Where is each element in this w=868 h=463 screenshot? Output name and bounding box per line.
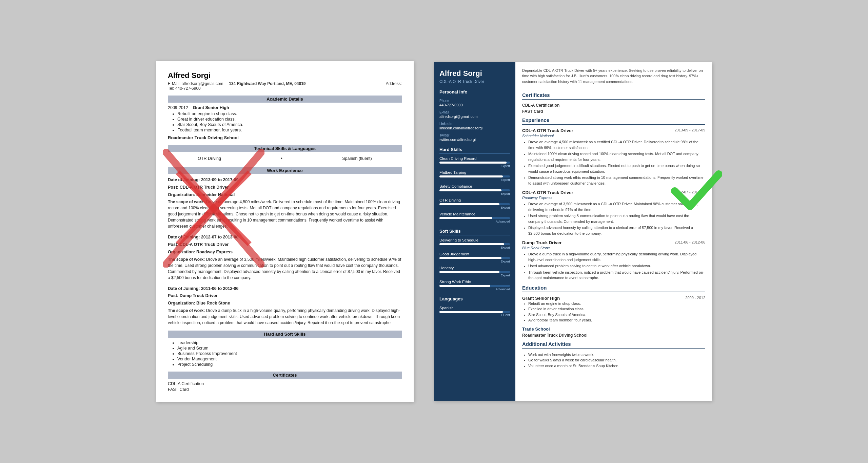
right-resume: Alfred Sorgi CDL-A OTR Truck Driver Pers… bbox=[434, 62, 712, 401]
email-label: E-mail bbox=[439, 110, 510, 114]
skill-item: Honesty Expert bbox=[439, 266, 510, 277]
academic-bullet: Great in driver education class. bbox=[177, 117, 402, 122]
hard-soft-item: Project Scheduling bbox=[177, 362, 402, 367]
skill-item: Safety Compliance Expert bbox=[439, 184, 510, 195]
additional-list: Work out with freeweights twice a week. … bbox=[528, 352, 705, 369]
skill-item: OTR Driving Expert bbox=[439, 198, 510, 209]
skill-item: Flatbed Tarping Expert bbox=[439, 170, 510, 182]
hard-soft-item: Vendor Management bbox=[177, 357, 402, 361]
skill-item: Good Judgement Expert bbox=[439, 252, 510, 263]
twitter-value: twitter.com/alfredsorgi bbox=[439, 138, 510, 142]
skill-bullet: • bbox=[281, 156, 282, 161]
sidebar: Alfred Sorgi CDL-A OTR Truck Driver Pers… bbox=[434, 62, 515, 401]
personal-info-section: Personal Info Phone 440-727-6900 E-mail … bbox=[439, 89, 510, 142]
tel-value: 440-727-6900 bbox=[175, 86, 201, 91]
languages-title: Languages bbox=[439, 296, 510, 303]
left-resume-name: Alfred Sorgi bbox=[168, 71, 402, 80]
academic-bullet: Star Scout, Boy Scouts of America. bbox=[177, 122, 402, 127]
skill-item: Clean Driving Record Expert bbox=[439, 156, 510, 168]
academic-bullet: Football team member, four years. bbox=[177, 128, 402, 132]
hard-soft-item: Agile and Scrum bbox=[177, 346, 402, 351]
twitter-item: Twitter twitter.com/alfredsorgi bbox=[439, 133, 510, 142]
linkedin-value: linkedin.com/in/alfredsorgi bbox=[439, 126, 510, 130]
summary: Dependable CDL-A OTR Truck Driver with 5… bbox=[522, 68, 705, 88]
school-year: 2009-2012 – Grant Senior High bbox=[168, 105, 402, 110]
main-content: Dependable CDL-A OTR Truck Driver with 5… bbox=[515, 62, 712, 401]
phone-label: Phone bbox=[439, 99, 510, 103]
phone-value: 440-727-6900 bbox=[439, 103, 510, 107]
edu-entry: Grant Senior High 2009 - 2012 Rebuilt an… bbox=[522, 296, 705, 323]
languages-section: Languages Spanish Fluent bbox=[439, 296, 510, 317]
left-resume: Alfred Sorgi E-Mail: alfredsorgi@gmail.c… bbox=[156, 61, 414, 402]
address-label: Address: bbox=[386, 81, 402, 86]
trade-school-label: Trade School bbox=[522, 327, 705, 332]
work-entry-2: Date of Joining: 2012-07 to 2013-08 Post… bbox=[168, 234, 402, 280]
cert-item: FAST Card bbox=[168, 387, 402, 392]
soft-skills-title: Soft Skills bbox=[439, 229, 510, 235]
sidebar-name-block: Alfred Sorgi CDL-A OTR Truck Driver bbox=[439, 69, 510, 84]
academic-bullets: Rebuilt an engine in shop class. Great i… bbox=[177, 111, 402, 132]
hard-soft-header: Hard and Soft Skills bbox=[168, 331, 402, 338]
work-entry-3: Date of Joining: 2011-06 to 2012-06 Post… bbox=[168, 286, 402, 326]
certs-header: Certificates bbox=[168, 372, 402, 379]
cert-item: CDL-A Certification bbox=[168, 381, 402, 386]
additional-section-title: Additional Activities bbox=[522, 341, 705, 349]
right-title: CDL-A OTR Truck Driver bbox=[439, 79, 510, 84]
phone-item: Phone 440-727-6900 bbox=[439, 99, 510, 107]
exp-entry-2: CDL-A OTR Truck Driver 2012-07 - 2013-08… bbox=[522, 190, 705, 236]
experience-section-title: Experience bbox=[522, 117, 705, 125]
trade-school: Roadmaster Truck Driving School bbox=[168, 135, 402, 140]
right-name: Alfred Sorgi bbox=[439, 69, 510, 78]
skill-item: Strong Work Ethic Advanced bbox=[439, 280, 510, 291]
skill-item: Vehicle Maintenance Advanced bbox=[439, 212, 510, 223]
hard-soft-item: Leadership bbox=[177, 340, 402, 345]
academic-header: Academic Details bbox=[168, 96, 402, 103]
education-section-title: Education bbox=[522, 285, 705, 292]
technical-header: Technical Skills & Languages bbox=[168, 145, 402, 152]
academic-bullet: Rebuilt an engine in shop class. bbox=[177, 111, 402, 116]
skill-spanish: Spanish (fluent) bbox=[342, 156, 372, 161]
hard-skills-title: Hard Skills bbox=[439, 147, 510, 154]
skill-item: Delivering to Schedule Expert bbox=[439, 238, 510, 249]
hard-soft-item: Business Process Improvement bbox=[177, 351, 402, 356]
twitter-label: Twitter bbox=[439, 133, 510, 137]
email-item: E-mail alfredsorgi@gmail.com bbox=[439, 110, 510, 119]
left-resume-contact: E-Mail: alfredsorgi@gmail.com Address: 1… bbox=[168, 81, 402, 91]
hard-skills-section: Hard Skills Clean Driving Record Expert … bbox=[439, 147, 510, 223]
cert-2: FAST Card bbox=[522, 109, 705, 114]
tel-label: Tel: bbox=[168, 86, 174, 91]
skills-row: OTR Driving • Spanish (fluent) bbox=[168, 155, 402, 162]
trade-school-name: Roadmaster Truck Driving School bbox=[522, 333, 705, 338]
hard-soft-list: Leadership Agile and Scrum Business Proc… bbox=[177, 340, 402, 367]
skill-otr: OTR Driving bbox=[198, 156, 221, 161]
email-value: alfredsorgi@gmail.com bbox=[182, 81, 223, 86]
work-header: Work Experience bbox=[168, 167, 402, 174]
personal-info-title: Personal Info bbox=[439, 89, 510, 96]
soft-skills-section: Soft Skills Delivering to Schedule Exper… bbox=[439, 229, 510, 291]
certs-section-title: Certificates bbox=[522, 92, 705, 100]
cert-1: CDL-A Certification bbox=[522, 103, 705, 108]
exp-entry-1: CDL-A OTR Truck Driver 2013-09 - 2017-09… bbox=[522, 128, 705, 186]
address-value: 134 Rightward Way Portland, ME, 04019 bbox=[229, 81, 305, 86]
lang-item: Spanish Fluent bbox=[439, 306, 510, 317]
email-label: E-Mail: bbox=[168, 81, 180, 86]
academic-entry: 2009-2012 – Grant Senior High Rebuilt an… bbox=[168, 105, 402, 140]
linkedin-label: LinkedIn bbox=[439, 122, 510, 126]
email-value: alfredsorgi@gmail.com bbox=[439, 114, 510, 119]
exp-entry-3: Dump Truck Driver 2011-06 - 2012-06 Blue… bbox=[522, 240, 705, 281]
work-entry-1: Date of Joining: 2013-09 to 2017-09 Post… bbox=[168, 177, 402, 229]
linkedin-item: LinkedIn linkedin.com/in/alfredsorgi bbox=[439, 122, 510, 130]
